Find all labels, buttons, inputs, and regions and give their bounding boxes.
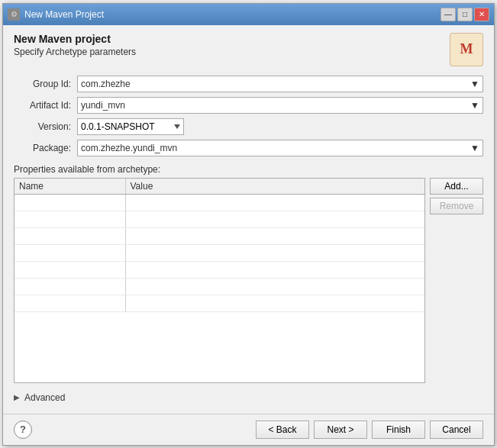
cancel-button[interactable]: Cancel [430,421,483,439]
properties-section: Properties available from archetype: Nam… [14,164,483,388]
table-row [15,227,424,244]
dialog-footer: ? < Back Next > Finish Cancel [3,414,494,445]
form-section: Group Id: com.zhezhe ▼ Artifact Id: yund… [14,76,483,156]
table-row [15,295,424,311]
name-column-header: Name [15,179,125,195]
properties-table-container: Name Value [14,178,425,383]
footer-left: ? [14,421,32,439]
artifact-id-dropdown-arrow: ▼ [470,100,479,111]
package-label: Package: [14,143,71,153]
artifact-id-label: Artifact Id: [14,100,71,111]
group-id-dropdown-arrow: ▼ [470,79,479,89]
advanced-section[interactable]: ▶ Advanced [14,392,483,403]
version-row: Version: 0.0.1-SNAPSHOT [14,118,483,135]
help-button[interactable]: ? [14,421,32,439]
group-id-row: Group Id: com.zhezhe ▼ [14,76,483,92]
properties-table: Name Value [15,179,424,312]
properties-label: Properties available from archetype: [14,164,483,175]
package-dropdown-arrow: ▼ [470,143,479,153]
title-bar: ⚙ New Maven Project — □ ✕ [3,4,494,25]
dialog-title: New Maven project [14,33,136,45]
window-icon: ⚙ [8,8,20,21]
package-field[interactable]: com.zhezhe.yundi_mvn ▼ [77,140,483,156]
dialog-window: ⚙ New Maven Project — □ ✕ New Maven proj… [2,3,495,446]
finish-button[interactable]: Finish [372,421,425,439]
minimize-button[interactable]: — [441,8,456,21]
close-button[interactable]: ✕ [474,8,489,21]
window-title: New Maven Project [24,9,104,20]
package-row: Package: com.zhezhe.yundi_mvn ▼ [14,140,483,156]
artifact-id-field[interactable]: yundi_mvn ▼ [77,97,483,114]
advanced-arrow-icon: ▶ [14,393,20,401]
table-row [15,211,424,227]
table-with-buttons: Name Value [14,178,483,388]
dialog-content: New Maven project Specify Archetype para… [3,25,494,414]
table-action-buttons: Add... Remove [430,178,483,388]
group-id-label: Group Id: [14,79,71,89]
header-text: New Maven project Specify Archetype para… [14,33,136,57]
dialog-subtitle: Specify Archetype parameters [14,47,136,57]
table-row [15,194,424,211]
title-bar-left: ⚙ New Maven Project [8,8,104,21]
title-buttons: — □ ✕ [441,8,489,21]
table-row [15,278,424,295]
value-column-header: Value [125,179,424,195]
header-section: New Maven project Specify Archetype para… [14,33,483,66]
maximize-button[interactable]: □ [457,8,473,21]
advanced-label: Advanced [24,392,65,403]
back-button[interactable]: < Back [256,421,309,439]
artifact-id-row: Artifact Id: yundi_mvn ▼ [14,97,483,114]
version-label: Version: [14,121,71,132]
next-button[interactable]: Next > [314,421,367,439]
maven-logo: M [450,33,483,66]
add-button[interactable]: Add... [430,178,483,195]
table-row [15,261,424,278]
table-row [15,244,424,261]
remove-button[interactable]: Remove [430,198,483,214]
version-select[interactable]: 0.0.1-SNAPSHOT [77,118,184,135]
footer-right: < Back Next > Finish Cancel [256,421,483,439]
group-id-field[interactable]: com.zhezhe ▼ [77,76,483,92]
